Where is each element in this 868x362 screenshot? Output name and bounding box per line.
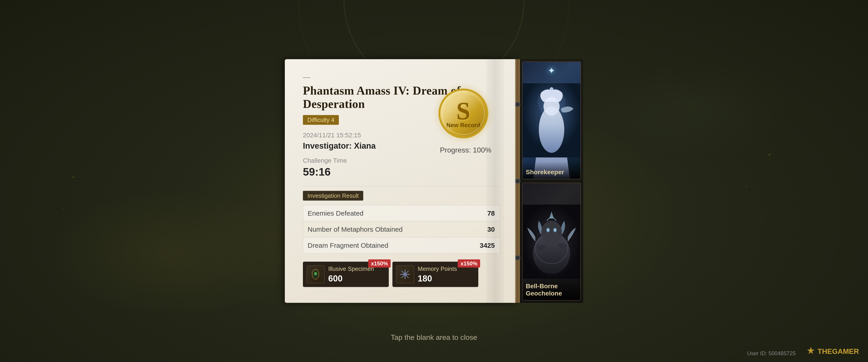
reward-amount-1: 180 bbox=[418, 274, 457, 283]
svg-point-5 bbox=[403, 273, 407, 276]
challenge-time-value: 59:16 bbox=[303, 166, 500, 178]
brand-icon bbox=[807, 346, 815, 357]
rank-circle-container: S New Record Progress: 100% bbox=[438, 89, 493, 143]
result-panel: — Phantasm Amass IV: Dream of Desperatio… bbox=[285, 59, 515, 303]
results-table: Enemies Defeated 78 Number of Metaphors … bbox=[303, 205, 500, 254]
result-row: Dream Fragment Obtained 3425 bbox=[303, 237, 500, 254]
result-label-2: Dream Fragment Obtained bbox=[308, 242, 388, 249]
svg-point-22 bbox=[541, 221, 562, 244]
svg-point-18 bbox=[538, 88, 565, 116]
portrait-shorekeeper-bg bbox=[523, 62, 581, 179]
reward-card-0: Illusive Specimen 600 x150% bbox=[303, 262, 389, 287]
result-value-1: 30 bbox=[487, 226, 495, 233]
reward-multiplier-1: x150% bbox=[458, 259, 480, 268]
rewards-row: Illusive Specimen 600 x150% bbox=[303, 262, 500, 287]
progress-text: Progress: 100% bbox=[440, 146, 491, 154]
result-row: Enemies Defeated 78 bbox=[303, 205, 500, 221]
svg-point-26 bbox=[554, 229, 556, 231]
reward-icon-1 bbox=[396, 266, 414, 283]
reward-info-1: Memory Points 180 bbox=[418, 266, 457, 283]
difficulty-badge: Difficulty 4 bbox=[303, 115, 339, 125]
reward-name-1: Memory Points bbox=[418, 266, 457, 272]
result-label-0: Enemies Defeated bbox=[308, 210, 364, 217]
svg-marker-28 bbox=[807, 347, 814, 354]
result-dialog: — Phantasm Amass IV: Dream of Desperatio… bbox=[285, 59, 583, 303]
svg-line-13 bbox=[402, 276, 403, 278]
binder-spine bbox=[515, 59, 520, 303]
tap-to-close: Tap the blank area to close bbox=[391, 333, 477, 342]
reward-name-0: Illusive Specimen bbox=[328, 266, 374, 272]
rank-letter: S bbox=[456, 99, 470, 123]
challenge-time-label: Challenge Time bbox=[303, 157, 500, 164]
user-id: User ID: 500485725 bbox=[747, 350, 796, 357]
reward-multiplier-0: x150% bbox=[368, 259, 391, 268]
divider-line bbox=[303, 186, 500, 187]
result-row: Number of Metaphors Obtained 30 bbox=[303, 221, 500, 237]
watermark: THEGAMER bbox=[807, 346, 859, 357]
reward-icon-0 bbox=[307, 266, 324, 283]
binder-ring-3 bbox=[515, 255, 520, 260]
result-label-1: Number of Metaphors Obtained bbox=[308, 226, 403, 233]
reward-card-1: Memory Points 180 x150% bbox=[393, 262, 478, 287]
binder-ring-1 bbox=[515, 102, 520, 107]
svg-point-4 bbox=[314, 272, 317, 275]
result-value-0: 78 bbox=[487, 210, 495, 217]
binder-ring-2 bbox=[515, 178, 520, 184]
portrait-shorekeeper: Shorekeeper bbox=[522, 61, 581, 179]
svg-line-10 bbox=[402, 271, 403, 273]
svg-line-11 bbox=[407, 276, 408, 278]
rank-label: New Record bbox=[446, 121, 480, 129]
rank-circle: S New Record bbox=[438, 89, 488, 138]
reward-amount-0: 600 bbox=[328, 274, 374, 283]
svg-line-12 bbox=[407, 271, 408, 273]
portrait-bellborne: Bell-BorneGeochelone bbox=[522, 183, 581, 301]
sidebar-panel: Shorekeeper bbox=[515, 59, 583, 303]
investigation-badge: Investigation Result bbox=[303, 191, 363, 201]
brand-name: THEGAMER bbox=[817, 347, 859, 356]
result-value-2: 3425 bbox=[480, 242, 495, 249]
portrait-name-bellborne: Bell-BorneGeochelone bbox=[523, 276, 581, 300]
portrait-name-shorekeeper: Shorekeeper bbox=[523, 162, 581, 179]
reward-info-0: Illusive Specimen 600 bbox=[328, 266, 374, 283]
char-shorekeeper-art bbox=[523, 62, 581, 179]
svg-point-25 bbox=[547, 229, 549, 231]
panel-dash: — bbox=[303, 73, 500, 81]
